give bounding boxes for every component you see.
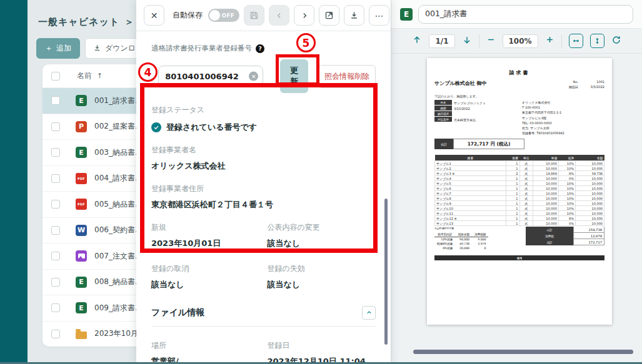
chevron-left-icon — [275, 11, 284, 20]
close-button[interactable]: ✕ — [144, 5, 164, 26]
app-side-rail — [0, 0, 28, 364]
autosave-toggle[interactable]: OFF — [208, 9, 239, 22]
invoice-meta-row: 納品場所 — [434, 111, 514, 116]
breadcrumb[interactable]: 一般キャビネット＞ — [38, 16, 134, 28]
name-column-header[interactable]: 名前 — [77, 71, 92, 81]
tax-breakdown-row: 軽減8%対象49,7383,979 — [434, 242, 488, 246]
row-checkbox[interactable] — [51, 252, 60, 260]
zoom-level: 100% — [503, 34, 538, 48]
file-type-icon — [76, 250, 87, 262]
delete-inquiry-info-button[interactable]: 照会情報削除 — [318, 65, 376, 88]
zoom-in-button[interactable] — [545, 35, 554, 47]
company-name-label: 登録事業者名 — [151, 145, 376, 155]
page-up-button[interactable] — [412, 35, 422, 47]
file-info-heading: ファイル情報 — [151, 307, 204, 318]
excel-file-icon: E — [400, 8, 413, 21]
file-name: 005_納品書.p — [94, 199, 142, 210]
filename-bar: E — [391, 0, 642, 29]
download-icon — [93, 44, 101, 54]
select-all-checkbox[interactable] — [51, 72, 60, 81]
invoice-no-value: 1001 — [583, 80, 604, 84]
invoice-line-item: サンプル10 1 式 10,000 10% 10,000 — [435, 206, 604, 211]
page-down-button[interactable] — [462, 35, 472, 47]
zoom-out-button[interactable] — [486, 35, 496, 47]
clear-input-icon[interactable]: ✕ — [249, 72, 258, 81]
invoice-total-label: 合計 — [434, 139, 453, 149]
registration-number-label: 適格請求書発行事業者登録番号 — [151, 44, 252, 53]
registration-cancel-value: 該当なし — [151, 279, 260, 290]
file-type-icon — [76, 277, 87, 288]
invoice-line-item: サンプル13 1 式 10,000 0% 10,000 — [435, 221, 604, 226]
next-file-button[interactable] — [294, 5, 314, 26]
row-checkbox[interactable] — [51, 278, 60, 287]
add-button-label: 追加 — [56, 43, 71, 54]
invoice-title: 請求書 — [434, 69, 604, 76]
download-file-button[interactable] — [344, 5, 364, 26]
row-checkbox[interactable] — [51, 303, 60, 312]
save-button — [244, 5, 264, 26]
registration-number-input[interactable] — [158, 66, 263, 87]
breadcrumb-label: 一般キャビネット — [38, 16, 119, 27]
save-icon — [249, 11, 259, 20]
tax-breakdown-row: 0%対象20,0000 — [434, 246, 488, 250]
remarks-bar: 備考 — [434, 255, 604, 260]
invoice-recipient: サンプル株式会社 御中 — [434, 80, 487, 87]
invoice-date-value: 3/5/2022 — [583, 85, 604, 89]
meta-value: 3/10/2022 — [452, 106, 514, 111]
update-button[interactable]: 更新 — [280, 59, 308, 93]
file-name: 008_納品書.x — [94, 277, 142, 287]
file-type-icon — [76, 121, 87, 132]
file-name: 009_請求書.x — [94, 303, 142, 313]
invoice-meta-row: 納期 3/10/2022 — [434, 106, 514, 111]
invoice-page: 請求書 サンプル株式会社 御中 No.1001 納品日3/5/2022 下記のと… — [427, 58, 612, 325]
invoice-line-item: サンプル3 ※ 2 式 19,869 8% 39,738 — [435, 171, 604, 176]
collapse-section-button[interactable] — [362, 306, 376, 320]
close-icon: ✕ — [151, 11, 158, 21]
more-icon: ⋯ — [375, 11, 384, 21]
row-checkbox[interactable] — [51, 174, 60, 183]
file-type-icon — [76, 147, 87, 158]
detail-panel: ✕ 自動保存 OFF ⋯ 適格請求書発行事業者登録番号 ? T — [136, 0, 391, 364]
invoice-line-item: サンプル5 1 式 10,000 10% 10,000 — [435, 181, 604, 186]
invoice-line-items-table: 摘要 数量 単位 単価 税率 金額 サンプル1 1 — [434, 155, 604, 226]
help-icon[interactable]: ? — [256, 44, 264, 53]
invoice-number-block: No.1001 納品日3/5/2022 — [569, 80, 604, 89]
preview-toolbar: 1/1 100% — [391, 29, 642, 54]
row-checkbox[interactable] — [51, 148, 60, 157]
rotate-button[interactable] — [611, 35, 621, 47]
preview-canvas[interactable]: 請求書 サンプル株式会社 御中 No.1001 納品日3/5/2022 下記のと… — [391, 54, 642, 364]
more-actions-button[interactable]: ⋯ — [369, 5, 389, 26]
toggle-state-label: OFF — [222, 12, 234, 19]
row-checkbox[interactable] — [51, 330, 60, 338]
file-name: 003_納品書.x — [94, 147, 142, 158]
row-checkbox[interactable] — [51, 200, 60, 209]
meta-label: 納品場所 — [434, 111, 452, 116]
previous-file-button — [269, 5, 289, 26]
invoice-line-item: サンプル8 1 式 10,000 10% 10,000 — [435, 196, 604, 201]
toggle-knob — [209, 10, 220, 21]
issuer-line: 担当: サンプル太郎 — [522, 125, 604, 130]
filename-input[interactable] — [418, 5, 633, 24]
row-checkbox[interactable] — [51, 122, 60, 131]
registration-number-field-wrap: ✕ — [158, 66, 263, 87]
open-full-view-button[interactable] — [319, 5, 339, 26]
section-divider — [151, 326, 376, 327]
detail-panel-scrollbar[interactable] — [384, 199, 388, 345]
invoice-issuer-block: オリックス株式会社〒100-0001東京都千代田区千代田1-1-1サンプルビル3… — [522, 100, 604, 135]
fit-width-button[interactable] — [569, 34, 583, 48]
issuer-line: 登録番号: T8010401006942 — [522, 130, 604, 135]
registration-cancel-label: 登録の取消 — [151, 263, 260, 274]
invoice-meta-row: 支払条件 月末締翌月末払 — [434, 117, 514, 122]
invoice-sum-row: 小計 159,738 — [526, 227, 604, 233]
plus-icon: ＋ — [45, 43, 53, 54]
invoice-date-label: 納品日 — [569, 85, 578, 89]
meta-value — [452, 111, 514, 116]
preview-horizontal-scrollbar[interactable] — [413, 350, 633, 354]
row-checkbox[interactable] — [51, 226, 60, 235]
row-checkbox[interactable] — [51, 96, 60, 105]
add-button[interactable]: ＋ 追加 — [36, 38, 80, 59]
fit-height-button[interactable] — [590, 34, 604, 48]
sort-ascending-icon[interactable]: ↑ — [97, 72, 103, 80]
invoice-line-item: サンプル6 1 式 10,000 10% 10,000 — [435, 186, 604, 191]
file-name: 004_請求書.p — [94, 173, 142, 184]
